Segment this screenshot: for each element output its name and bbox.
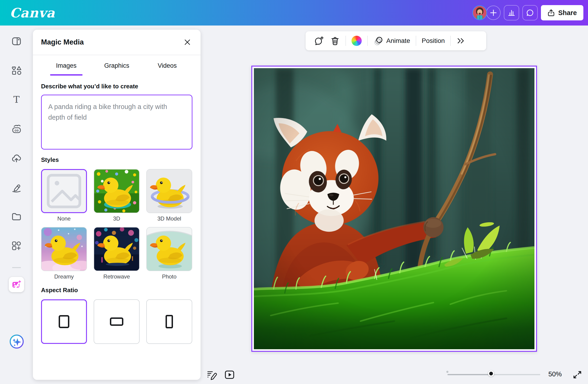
text-icon: T <box>11 94 22 105</box>
brand-icon: co <box>11 123 22 134</box>
close-icon <box>184 39 191 46</box>
expand-icon <box>572 370 582 380</box>
tab-images[interactable]: Images <box>41 55 92 76</box>
sidebar-item-projects[interactable] <box>7 207 26 226</box>
sidebar-item-brand[interactable]: co <box>7 120 26 138</box>
present-button[interactable] <box>223 368 236 381</box>
styles-heading: Styles <box>41 156 192 164</box>
style-dreamy-thumb <box>41 227 87 271</box>
style-label: Dreamy <box>41 273 87 280</box>
design-icon <box>11 36 22 47</box>
speech-bubble-icon <box>526 8 534 17</box>
animate-icon <box>373 36 383 46</box>
style-label: Photo <box>146 273 192 280</box>
sidebar-item-design[interactable] <box>7 32 26 51</box>
sidebar-item-magic-media[interactable] <box>9 277 24 292</box>
top-bar-actions: Share <box>472 0 583 25</box>
image-placeholder-icon <box>42 170 86 212</box>
style-option-3d[interactable]: 3D <box>94 169 140 222</box>
style-label: None <box>41 215 87 222</box>
tab-videos[interactable]: Videos <box>142 55 192 76</box>
canvas-page-selected[interactable] <box>251 66 537 352</box>
toolbar-divider <box>450 36 451 46</box>
color-wheel-icon <box>352 36 362 46</box>
avatar-photo <box>473 6 486 20</box>
style-option-photo[interactable]: Photo <box>146 227 192 280</box>
style-option-dreamy[interactable]: Dreamy <box>41 227 87 280</box>
animate-button[interactable]: Animate <box>370 34 413 48</box>
style-none-thumb <box>41 169 87 213</box>
prompt-input[interactable] <box>41 95 192 149</box>
sidebar-item-elements[interactable] <box>7 61 26 80</box>
sidebar-rail: T co <box>0 25 33 384</box>
sidebar-item-apps[interactable] <box>7 236 26 255</box>
style-photo-thumb <box>146 227 192 271</box>
describe-label: Describe what you’d like to create <box>41 82 192 90</box>
comments-button[interactable] <box>522 5 538 21</box>
style-option-retrowave[interactable]: Retrowave <box>94 227 140 280</box>
canva-logo[interactable]: Canva <box>10 5 55 21</box>
comment-add-icon <box>314 36 324 46</box>
style-option-3d-model[interactable]: 3D Model <box>146 169 192 222</box>
animate-label: Animate <box>386 37 410 44</box>
svg-text:co: co <box>15 128 19 132</box>
style-label: 3D Model <box>146 215 192 222</box>
double-chevron-right-icon <box>456 36 465 45</box>
rail-divider <box>12 267 21 268</box>
landscape-ratio-icon <box>110 318 123 326</box>
plus-icon <box>489 9 497 17</box>
zoom-level[interactable]: 50% <box>544 370 567 378</box>
add-member-button[interactable] <box>486 6 501 20</box>
fullscreen-button[interactable] <box>572 369 583 380</box>
uploads-icon <box>11 152 22 164</box>
position-label: Position <box>422 37 445 44</box>
zoom-slider-knob[interactable] <box>488 371 494 377</box>
position-button[interactable]: Position <box>419 34 448 48</box>
styles-row-2: Dreamy <box>41 227 192 280</box>
zoom-fit-marker <box>446 371 448 373</box>
share-button[interactable]: Share <box>541 5 583 21</box>
sidebar-item-text[interactable]: T <box>7 90 26 109</box>
color-picker-button[interactable] <box>348 34 365 48</box>
presentation-play-icon <box>224 369 235 380</box>
notes-icon <box>207 369 217 380</box>
aspect-option-portrait[interactable] <box>146 299 192 344</box>
tab-graphics[interactable]: Graphics <box>92 55 142 76</box>
styles-row-1: None <box>41 169 192 222</box>
elements-icon <box>11 65 22 76</box>
style-label: Retrowave <box>94 273 140 280</box>
notes-button[interactable] <box>205 368 218 381</box>
selection-toolbar: Animate Position <box>306 31 486 50</box>
style-label: 3D <box>94 215 140 222</box>
toolbar-divider <box>367 36 368 46</box>
delete-button[interactable] <box>327 34 343 48</box>
canva-editor: Canva <box>0 0 588 384</box>
add-comment-button[interactable] <box>311 34 327 48</box>
aspect-option-landscape[interactable] <box>94 299 140 344</box>
magic-media-panel: Magic Media Images Graphics Videos Descr… <box>33 30 201 380</box>
share-label: Share <box>558 9 577 17</box>
canva-assistant-button[interactable] <box>9 334 24 349</box>
avatar[interactable] <box>472 5 487 20</box>
square-ratio-icon <box>59 315 69 328</box>
sidebar-item-draw[interactable] <box>7 178 26 197</box>
aspect-option-square[interactable] <box>41 299 87 344</box>
trash-icon <box>330 36 340 46</box>
generated-red-panda-image <box>254 68 534 349</box>
insights-button[interactable] <box>504 5 519 21</box>
more-toolbar-button[interactable] <box>453 34 468 48</box>
panel-title: Magic Media <box>41 38 84 46</box>
style-retrowave-thumb <box>94 227 140 271</box>
style-option-none[interactable]: None <box>41 169 87 222</box>
canva-assistant-icon <box>9 334 24 349</box>
panel-tabs: Images Graphics Videos <box>33 55 201 76</box>
share-upload-icon <box>547 9 555 17</box>
aspect-ratio-row <box>41 299 192 344</box>
close-panel-button[interactable] <box>182 37 192 47</box>
sidebar-item-uploads[interactable] <box>7 149 26 168</box>
svg-text:T: T <box>13 94 20 105</box>
style-3d-thumb <box>94 169 140 213</box>
apps-icon <box>11 240 22 251</box>
top-bar: Canva <box>0 0 588 25</box>
draw-icon <box>11 182 22 193</box>
